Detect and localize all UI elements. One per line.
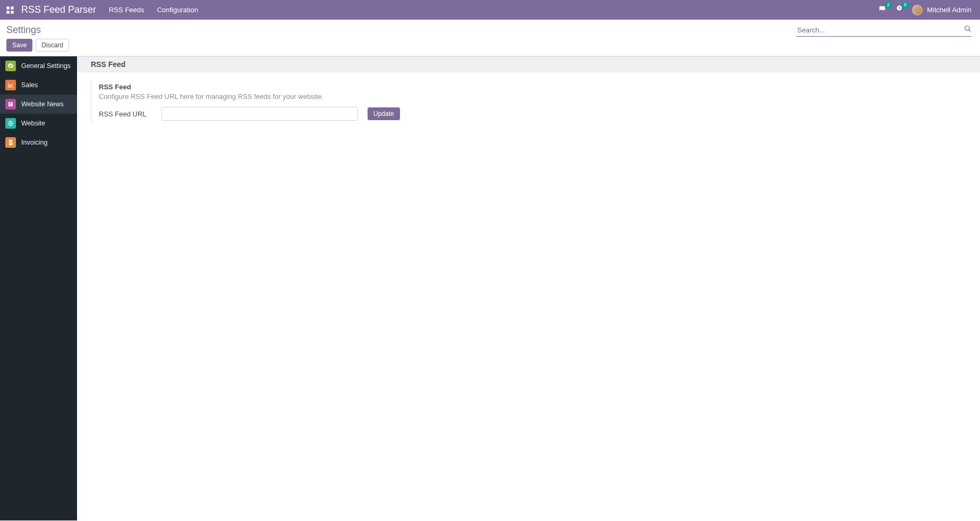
svg-rect-0 (6, 6, 9, 9)
nav-link-rss-feeds[interactable]: RSS Feeds (109, 6, 144, 14)
settings-sidebar: General Settings Sales Website News Webs… (0, 56, 77, 520)
svg-rect-6 (10, 104, 12, 106)
section-header: RSS Feed (77, 56, 980, 72)
rss-url-input[interactable] (161, 107, 358, 121)
sidebar-item-label: Invoicing (21, 139, 47, 146)
sidebar-item-label: Website (21, 120, 45, 127)
save-button[interactable]: Save (6, 39, 32, 52)
sidebar-item-label: Sales (21, 81, 38, 89)
svg-rect-2 (6, 11, 9, 13)
box-title: RSS Feed (99, 83, 491, 91)
globe-icon (5, 118, 16, 129)
svg-rect-1 (11, 6, 13, 9)
top-nav-links: RSS Feeds Configuration (109, 6, 198, 14)
discuss-badge: 2 (884, 2, 892, 9)
nav-link-configuration[interactable]: Configuration (157, 6, 198, 14)
sidebar-item-website-news[interactable]: Website News (0, 95, 77, 114)
activity-icon[interactable]: 8 (895, 5, 904, 15)
apps-icon[interactable] (4, 4, 16, 16)
rss-url-label: RSS Feed URL (99, 110, 152, 118)
news-square-icon (5, 99, 16, 110)
user-menu[interactable]: Mitchell Admin (912, 5, 972, 15)
search-input[interactable] (796, 24, 972, 37)
svg-rect-3 (11, 11, 13, 13)
sidebar-item-label: General Settings (21, 62, 71, 70)
search-icon[interactable] (964, 25, 972, 34)
avatar (912, 5, 923, 15)
user-name: Mitchell Admin (927, 6, 972, 14)
invoice-icon (5, 137, 16, 148)
sidebar-item-label: Website News (21, 100, 64, 108)
update-button[interactable]: Update (368, 107, 400, 120)
gear-icon (5, 61, 16, 71)
rss-feed-box: RSS Feed Configure RSS Feed URL here for… (91, 81, 491, 123)
chart-line-icon (5, 80, 16, 90)
search-wrap (796, 24, 972, 37)
sidebar-item-sales[interactable]: Sales (0, 75, 77, 95)
sidebar-item-website[interactable]: Website (0, 114, 77, 133)
sidebar-item-general-settings[interactable]: General Settings (0, 56, 77, 75)
svg-rect-5 (10, 103, 12, 104)
breadcrumb: Settings (6, 24, 41, 36)
settings-main: RSS Feed RSS Feed Configure RSS Feed URL… (77, 56, 980, 520)
box-desc: Configure RSS Feed URL here for managing… (99, 93, 491, 100)
activity-badge: 8 (901, 2, 909, 9)
discard-button[interactable]: Discard (36, 39, 69, 52)
control-panel: Settings Save Discard (0, 20, 980, 56)
top-nav: RSS Feed Parser RSS Feeds Configuration … (0, 0, 980, 20)
sidebar-item-invoicing[interactable]: Invoicing (0, 133, 77, 152)
discuss-icon[interactable]: 2 (878, 5, 887, 15)
app-title[interactable]: RSS Feed Parser (21, 4, 96, 15)
